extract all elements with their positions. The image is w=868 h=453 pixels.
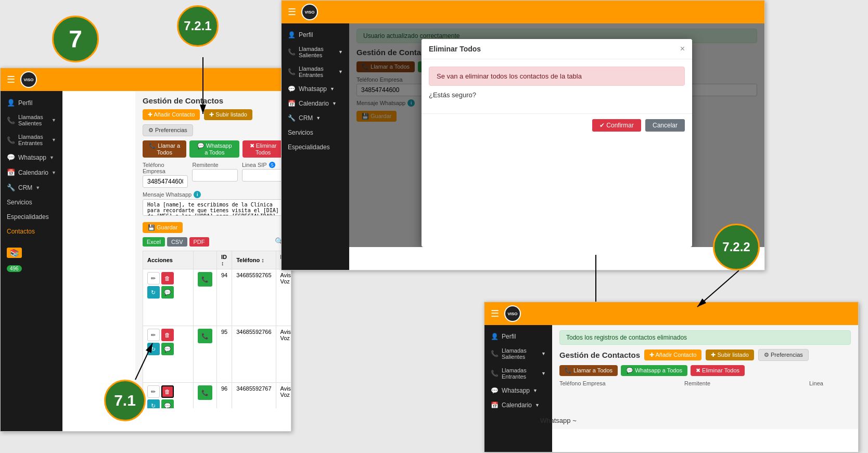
br-success-alert: Todos los registros de contactos elimina… [559,330,851,345]
save-button[interactable]: 💾 Guardar [143,222,183,233]
remitente-input[interactable] [192,169,238,182]
col-id[interactable]: ID ↕ [216,251,232,269]
br-title-row: Gestión de Contactos ✚ Añadir Contacto ✚… [559,349,851,361]
pdf-button[interactable]: PDF [189,237,209,247]
mid-sidebar-crm[interactable]: 🔧 CRM ▼ [282,111,349,125]
info-icon: i [194,191,201,198]
whatsapp-icon-mid: 💬 [288,85,296,93]
col-empty [193,251,216,269]
br-sidebar-salientes[interactable]: 📞 Llamadas Salientes ▼ [484,344,552,364]
phone-in-icon: 📞 [7,136,15,144]
modal-warning: Se van a eliminar todos los contactos de… [429,67,685,86]
refresh-button[interactable]: ↻ [147,286,160,299]
br-header: ☰ VISO [484,302,858,325]
linea-input[interactable] [242,169,284,182]
col-telefono[interactable]: Teléfono ↕ [232,251,276,269]
sidebar-item-perfil[interactable]: 👤 Perfil [1,95,62,110]
remitente-field-wrap: Remitente [192,162,238,188]
br-add-contact-button[interactable]: ✚ Añadir Contacto [644,350,701,360]
br-upload-button[interactable]: ✚ Subir listado [706,350,754,360]
br-sidebar-whatsapp[interactable]: 💬 Whatsapp ▼ [484,383,552,398]
delete-all-button[interactable]: ✖ Eliminar Todos [242,140,284,158]
refresh-button[interactable]: ↻ [147,399,160,408]
br-action-row: 📞 Llamar a Todos 💬 Whatsapp a Todos ✖ El… [559,365,851,376]
excel-button[interactable]: Excel [143,237,165,247]
br-sidebar: 👤 Perfil 📞 Llamadas Salientes ▼ 📞 Llamad… [484,325,552,452]
add-contact-button[interactable]: ✚ Añadir Contacto [143,109,200,120]
row-actions-cell: ✏ 🗑 ↻ 💬 [143,326,193,383]
call-all-button[interactable]: 📞 Llamar a Todos [143,140,187,158]
mid-sidebar: 👤 Perfil 📞 Llamadas Salientes ▼ 📞 Llamad… [282,23,349,270]
table-row: ✏ 🗑 ↻ 💬 📞 94 34685592765 [143,269,291,326]
delete-button[interactable]: 🗑 [161,272,174,284]
csv-button[interactable]: CSV [167,237,187,247]
whatsapp-all-button[interactable]: 💬 Whatsapp a Todos [189,140,239,158]
br-call-all-button[interactable]: 📞 Llamar a Todos [559,365,618,376]
call-button[interactable]: 📞 [198,272,212,287]
mid-sidebar-whatsapp[interactable]: 💬 Whatsapp ▼ [282,82,349,96]
hamburger-icon-br[interactable]: ☰ [491,308,499,319]
br-body: 👤 Perfil 📞 Llamadas Salientes ▼ 📞 Llamad… [484,325,858,452]
modal-title: Eliminar Todos [429,45,481,53]
hamburger-icon[interactable]: ☰ [7,74,15,85]
refresh-button[interactable]: ↻ [147,343,160,355]
mid-sidebar-especialidades[interactable]: Especialidades [282,140,349,154]
mid-sidebar-servicios[interactable]: Servicios [282,125,349,140]
br-whatsapp-all-button[interactable]: 💬 Whatsapp a Todos [621,365,687,376]
sidebar-item-badge[interactable]: 496 [1,262,62,276]
br-sidebar-entrantes[interactable]: 📞 Llamadas Entrantes ▼ [484,364,552,383]
cancel-button[interactable]: Cancelar [645,119,685,132]
whatsapp-row-button[interactable]: 💬 [161,343,174,355]
sidebar-item-especialidades[interactable]: Especialidades [1,210,62,224]
sidebar-item-servicios[interactable]: Servicios [1,195,62,210]
upload-list-button[interactable]: ✚ Subir listado [204,109,252,120]
confirm-button[interactable]: ✔ Confirmar [592,119,641,132]
delete-button[interactable]: 🗑 [161,329,174,341]
row-actions-cell: ✏ 🗑 ↻ 💬 [143,269,193,326]
phone-out-icon-br: 📞 [491,350,499,357]
prefs-button[interactable]: ⚙ Preferencias [143,124,193,136]
call-button[interactable]: 📞 [198,329,212,343]
mid-content: Usuario actualizado correctamente Gestió… [349,23,764,247]
sidebar-item-calendario[interactable]: 📅 Calendario ▼ [1,165,62,180]
modal-close-button[interactable]: × [680,44,685,54]
row-actions-2: ↻ 💬 [147,286,189,299]
main-panel: ☰ VISO 👤 Perfil 📞 Llamadas Salientes ▼ 📞… [0,68,291,432]
logo-mid: VISO [301,4,318,20]
main-title-row: Gestión de Contactos ✚ Añadir Contacto ✚… [143,96,284,136]
whatsapp-row-button[interactable]: 💬 [161,286,174,299]
call-button[interactable]: 📞 [198,385,212,400]
id-cell: 94 [216,269,232,326]
sidebar-item-salientes[interactable]: 📞 Llamadas Salientes ▼ [1,110,62,130]
edit-button[interactable]: ✏ [147,272,160,284]
contacts-table: Acciones ID ↕ Teléfono ↕ Nombre ↕ Otros … [143,251,291,408]
mid-panel: ☰ VISO 👤 Perfil 📞 Llamadas Salientes ▼ 📞… [281,0,765,270]
delete-button-highlighted[interactable]: 🗑 [161,385,174,398]
logo-br: VISO [504,305,521,322]
sidebar-item-crm[interactable]: 🔧 CRM ▼ [1,180,62,195]
name-cell: Aviso Voz [276,269,291,326]
mid-sidebar-calendario[interactable]: 📅 Calendario ▼ [282,96,349,111]
br-sidebar-calendario[interactable]: 📅 Calendario ▼ [484,398,552,412]
export-row: Excel CSV PDF 🔍 [143,237,284,247]
br-prefs-button[interactable]: ⚙ Preferencias [758,349,809,361]
edit-button[interactable]: ✏ [147,385,160,398]
phone-input[interactable] [143,175,188,188]
mid-sidebar-salientes[interactable]: 📞 Llamadas Salientes ▼ [282,42,349,62]
msg-textarea[interactable]: Hola [name], te escribimos de la Clínica… [143,199,284,216]
sidebar-item-contactos[interactable]: Contactos [1,224,62,239]
mid-sidebar-entrantes[interactable]: 📞 Llamadas Entrantes ▼ [282,62,349,82]
sidebar-item-entrantes[interactable]: 📞 Llamadas Entrantes ▼ [1,130,62,150]
sidebar-item-whatsapp[interactable]: 💬 Whatsapp ▼ [1,150,62,165]
edit-button[interactable]: ✏ [147,329,160,341]
phone-cell: 34685592766 [232,326,276,383]
br-delete-all-button[interactable]: ✖ Eliminar Todos [691,365,745,376]
phone-field-wrap: Teléfono Empresa [143,162,188,188]
br-panel: ☰ VISO 👤 Perfil 📞 Llamadas Salientes ▼ 📞… [484,302,859,452]
whatsapp-row-button[interactable]: 💬 [161,399,174,408]
mid-sidebar-perfil[interactable]: 👤 Perfil [282,28,349,42]
sidebar-item-icon1[interactable]: 📚 [1,244,62,262]
hamburger-icon-mid[interactable]: ☰ [288,6,296,18]
br-sidebar-perfil[interactable]: 👤 Perfil [484,329,552,344]
row-actions-2: ↻ 💬 [147,343,189,355]
